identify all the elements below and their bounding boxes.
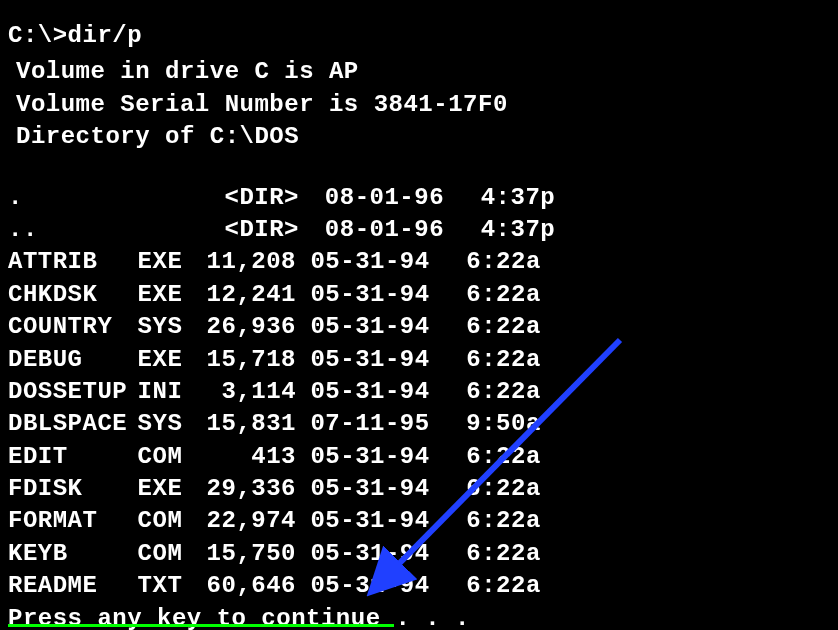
- file-ext: COM: [138, 538, 196, 570]
- file-row: READMETXT60,64605-31-946:22a: [8, 570, 830, 602]
- file-time: 6:22a: [454, 279, 540, 311]
- file-date: 08-01-96: [325, 182, 455, 214]
- file-date: 05-31-94: [310, 344, 440, 376]
- file-name: ATTRIB: [8, 246, 138, 278]
- file-size: <DIR>: [195, 182, 296, 214]
- file-ext: SYS: [138, 408, 196, 440]
- file-size: 22,974: [195, 505, 296, 537]
- file-size: 12,241: [195, 279, 296, 311]
- file-time: 6:22a: [454, 376, 540, 408]
- file-row: EDITCOM41305-31-946:22a: [8, 441, 830, 473]
- file-name: DEBUG: [8, 344, 138, 376]
- file-time: 4:37p: [469, 214, 555, 246]
- blank-spacer: [8, 154, 830, 182]
- file-ext: COM: [138, 505, 196, 537]
- file-time: 6:22a: [454, 344, 540, 376]
- file-size: 15,750: [195, 538, 296, 570]
- file-ext: INI: [138, 376, 196, 408]
- file-row: DBLSPACESYS15,83107-11-959:50a: [8, 408, 830, 440]
- file-date: 05-31-94: [310, 279, 440, 311]
- file-row: . <DIR> 08-01-964:37p: [8, 182, 830, 214]
- file-name: .: [8, 182, 138, 214]
- file-time: 6:22a: [454, 441, 540, 473]
- file-size: 60,646: [195, 570, 296, 602]
- file-time: 6:22a: [454, 246, 540, 278]
- file-name: ..: [8, 214, 138, 246]
- file-date: 05-31-94: [310, 441, 440, 473]
- file-ext: SYS: [138, 311, 196, 343]
- file-name: COUNTRY: [8, 311, 138, 343]
- file-date: 05-31-94: [310, 246, 440, 278]
- file-date: 05-31-94: [310, 538, 440, 570]
- file-row: CHKDSKEXE12,24105-31-946:22a: [8, 279, 830, 311]
- file-name: CHKDSK: [8, 279, 138, 311]
- file-row: KEYBCOM15,75005-31-946:22a: [8, 538, 830, 570]
- file-name: KEYB: [8, 538, 138, 570]
- file-date: 05-31-94: [310, 473, 440, 505]
- file-time: 6:22a: [454, 538, 540, 570]
- file-time: 6:22a: [454, 570, 540, 602]
- command-prompt[interactable]: C:\>dir/p: [8, 20, 830, 52]
- file-size: 11,208: [195, 246, 296, 278]
- file-date: 05-31-94: [310, 570, 440, 602]
- file-name: EDIT: [8, 441, 138, 473]
- file-time: 6:22a: [454, 473, 540, 505]
- file-row: FORMATCOM22,97405-31-946:22a: [8, 505, 830, 537]
- file-date: 05-31-94: [310, 505, 440, 537]
- file-row: DOSSETUPINI3,11405-31-946:22a: [8, 376, 830, 408]
- file-date: 07-11-95: [310, 408, 440, 440]
- file-ext: TXT: [138, 570, 196, 602]
- directory-listing: . <DIR> 08-01-964:37p.. <DIR> 08-01-964:…: [8, 182, 830, 603]
- file-size: 15,718: [195, 344, 296, 376]
- file-size: 26,936: [195, 311, 296, 343]
- file-name: FDISK: [8, 473, 138, 505]
- file-name: FORMAT: [8, 505, 138, 537]
- file-row: .. <DIR> 08-01-964:37p: [8, 214, 830, 246]
- file-time: 9:50a: [454, 408, 540, 440]
- file-ext: EXE: [138, 246, 196, 278]
- file-date: 05-31-94: [310, 311, 440, 343]
- serial-number: Volume Serial Number is 3841-17F0: [8, 89, 830, 121]
- file-size: 29,336: [195, 473, 296, 505]
- file-row: ATTRIBEXE11,20805-31-946:22a: [8, 246, 830, 278]
- file-ext: COM: [138, 441, 196, 473]
- file-ext: EXE: [138, 279, 196, 311]
- file-size: 15,831: [195, 408, 296, 440]
- file-time: 4:37p: [469, 182, 555, 214]
- file-date: 08-01-96: [325, 214, 455, 246]
- directory-of: Directory of C:\DOS: [8, 121, 830, 153]
- file-ext: EXE: [138, 473, 196, 505]
- file-row: DEBUGEXE15,71805-31-946:22a: [8, 344, 830, 376]
- file-row: FDISKEXE29,33605-31-946:22a: [8, 473, 830, 505]
- file-size: 3,114: [195, 376, 296, 408]
- file-name: DBLSPACE: [8, 408, 138, 440]
- file-date: 05-31-94: [310, 376, 440, 408]
- file-size: 413: [195, 441, 296, 473]
- file-row: COUNTRYSYS26,93605-31-946:22a: [8, 311, 830, 343]
- underline-highlight: [8, 624, 394, 627]
- file-time: 6:22a: [454, 505, 540, 537]
- file-time: 6:22a: [454, 311, 540, 343]
- file-name: DOSSETUP: [8, 376, 138, 408]
- file-size: <DIR>: [195, 214, 296, 246]
- file-ext: EXE: [138, 344, 196, 376]
- file-name: README: [8, 570, 138, 602]
- volume-label: Volume in drive C is AP: [8, 56, 830, 88]
